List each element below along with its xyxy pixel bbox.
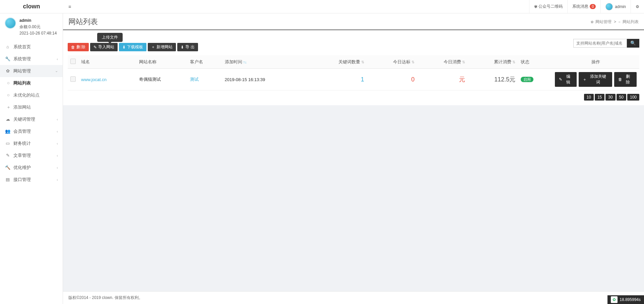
sidebar-item-article[interactable]: ✎文章管理‹: [0, 149, 63, 162]
sidebar-item-label: 网站列表: [13, 80, 31, 86]
gear-icon: ✿: [591, 20, 593, 24]
search-input[interactable]: [573, 39, 627, 48]
sidebar-item-site[interactable]: ✿网站管理⌄: [0, 65, 63, 77]
sidebar-item-label: 未优化的站点: [13, 92, 40, 98]
cell-total-cost: 112.5元: [494, 76, 515, 83]
col-customer[interactable]: 客户名: [187, 55, 222, 69]
sidebar-item-label: 网站管理: [13, 68, 31, 74]
sidebar-item-label: 添加网站: [13, 104, 31, 110]
users-icon: 👥: [5, 129, 11, 134]
leaf-icon: ✿: [611, 296, 618, 303]
chevron-left-icon: ‹: [57, 129, 58, 133]
gear-icon: ⚙: [636, 4, 639, 9]
search-button[interactable]: 🔍: [627, 39, 639, 48]
brand: clown: [0, 3, 63, 10]
sidebar-item-finance[interactable]: ▭财务统计‹: [0, 137, 63, 149]
page-size-100[interactable]: 100: [627, 94, 639, 101]
chevron-left-icon: ‹: [57, 154, 58, 158]
breadcrumb: ✿ 网站管理 > ○ 网站列表: [591, 19, 639, 25]
delete-button[interactable]: 🗑删 除: [68, 43, 89, 51]
circle-icon: ○: [6, 93, 11, 98]
sidebar-username: admin: [19, 17, 57, 24]
sidebar-item-keyword[interactable]: ☁关键词管理‹: [0, 113, 63, 125]
user-menu[interactable]: admin: [600, 0, 631, 13]
col-add-time[interactable]: 添加时间: [222, 55, 308, 69]
button-label: 编 辑: [564, 74, 573, 85]
select-all-checkbox[interactable]: [70, 59, 76, 64]
button-label: 导 出: [185, 44, 194, 50]
col-status: 状态: [518, 55, 552, 69]
col-today-reach[interactable]: 今日达标: [367, 55, 417, 69]
cell-site-name: 奇偶猫测试: [136, 69, 187, 90]
col-site-name[interactable]: 网站名称: [136, 55, 187, 69]
sidebar-item-label: 文章管理: [13, 153, 31, 159]
chevron-left-icon: ‹: [57, 57, 58, 61]
trash-icon: 🗑: [618, 77, 622, 82]
status-badge: 启用: [521, 77, 533, 82]
plus-icon: ＋: [583, 77, 587, 82]
circle-icon: ○: [6, 80, 11, 85]
card-icon: ▭: [5, 141, 11, 146]
breadcrumb-item: 网站列表: [623, 19, 639, 24]
settings-button[interactable]: ⚙: [631, 0, 644, 13]
col-keyword-count[interactable]: 关键词数量: [308, 55, 367, 69]
sidebar-item-label: 财务统计: [13, 140, 31, 146]
page-size-selector: 10 15 30 50 100: [68, 94, 639, 101]
edit-icon: ✎: [93, 45, 97, 50]
sidebar-item-optimize[interactable]: 🔨优化维护‹: [0, 162, 63, 174]
search-icon: 🔍: [630, 41, 636, 46]
sidebar-sub-unoptimized[interactable]: ○未优化的站点: [0, 89, 63, 101]
home-icon: ⌂: [5, 44, 11, 49]
user-name: admin: [615, 4, 626, 9]
sidebar-item-home[interactable]: ⌂系统首页: [0, 41, 63, 53]
performance-time: 18.895994s: [620, 297, 641, 302]
download-template-button[interactable]: ⬇下载模板: [119, 43, 146, 51]
wechat-qrcode-button[interactable]: ✾ 公众号二维码: [529, 0, 567, 13]
chevron-down-icon: ⌄: [55, 69, 58, 73]
footer-copyright: 版权©2014 - 2019 clown. 保留所有权利。: [63, 291, 644, 304]
sidebar-item-member[interactable]: 👥会员管理‹: [0, 125, 63, 137]
wechat-label: 公众号二维码: [538, 4, 563, 9]
sidebar-toggle-button[interactable]: ≡: [63, 4, 76, 9]
page-size-50[interactable]: 50: [617, 94, 626, 101]
add-keyword-button[interactable]: ＋添加关键词: [579, 72, 612, 87]
page-size-15[interactable]: 15: [595, 94, 604, 101]
download-icon: ⬇: [122, 45, 126, 50]
row-checkbox[interactable]: [70, 76, 76, 82]
import-button[interactable]: ✎导入网站: [90, 43, 118, 51]
row-delete-button[interactable]: 🗑删 除: [614, 72, 637, 87]
col-domain[interactable]: 域名: [78, 55, 136, 69]
cloud-icon: ☁: [5, 117, 11, 122]
col-total-cost[interactable]: 累计消费: [468, 55, 518, 69]
col-today-cost[interactable]: 今日消费: [417, 55, 468, 69]
button-label: 添加关键词: [588, 74, 608, 85]
system-message-button[interactable]: 系统消息 0: [567, 0, 600, 13]
tool-icon: 🔨: [5, 165, 11, 170]
performance-badge[interactable]: ✿ 18.895994s: [607, 295, 644, 304]
sidebar-item-api[interactable]: ▤接口管理‹: [0, 174, 63, 186]
sidebar-item-system[interactable]: 🔧系统管理‹: [0, 53, 63, 65]
sidebar-item-label: 优化维护: [13, 165, 31, 171]
wechat-icon: ✾: [534, 4, 537, 9]
system-message-count: 0: [590, 4, 596, 9]
wrench-icon: 🔧: [5, 56, 11, 61]
add-site-button[interactable]: ＋新增网站: [148, 43, 176, 51]
button-label: 删 除: [76, 44, 85, 50]
sidebar-time: 2021-10-26 07:48:14: [19, 30, 57, 37]
button-label: 新增网站: [156, 44, 173, 50]
breadcrumb-item[interactable]: 网站管理: [595, 19, 611, 24]
edit-button[interactable]: ✎编 辑: [555, 72, 577, 87]
sidebar-sub-add-site[interactable]: ＋添加网站: [0, 101, 63, 113]
page-size-10[interactable]: 10: [584, 94, 594, 101]
cell-today-cost: 元: [459, 76, 465, 83]
sidebar-item-label: 会员管理: [13, 128, 31, 134]
plus-icon: ＋: [151, 44, 155, 50]
plus-icon: ＋: [6, 104, 11, 110]
customer-link[interactable]: 测试: [190, 77, 199, 82]
sidebar-sub-site-list[interactable]: ○网站列表: [0, 77, 63, 89]
page-size-30[interactable]: 30: [605, 94, 615, 101]
domain-link[interactable]: www.jocat.cn: [81, 77, 107, 82]
button-label: 下载模板: [127, 44, 143, 50]
export-button[interactable]: ⬇导 出: [177, 43, 198, 51]
chevron-left-icon: ‹: [57, 141, 58, 145]
